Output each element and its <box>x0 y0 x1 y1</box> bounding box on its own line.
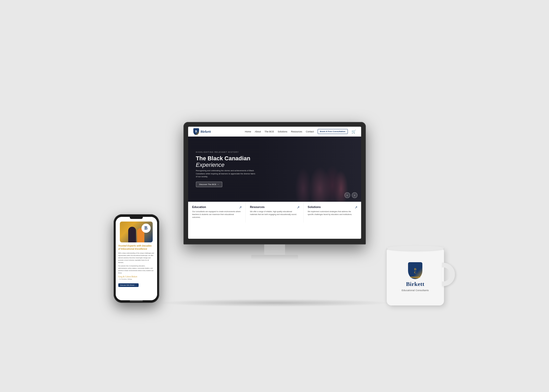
mug: B C Birkett Educational Consultants <box>387 248 444 305</box>
prev-arrow[interactable]: ‹ <box>344 192 350 198</box>
card-resources-text: We offer a range of reliable, high-quali… <box>250 210 299 216</box>
hero-arrows: ‹ › <box>344 192 357 198</box>
phone-content: B Trusted Experts with Decades of Educat… <box>116 217 157 300</box>
hero-title-line2: Experience <box>196 162 225 168</box>
phone-heading-line1: Trusted Experts with Decades <box>118 244 152 247</box>
phone-frame: B Trusted Experts with Decades of Educat… <box>114 214 159 303</box>
hero-background-people <box>270 137 353 202</box>
hero-title: The Black Canadian Experience <box>196 155 353 168</box>
monitor-stand-neck <box>264 244 285 255</box>
nav-about[interactable]: About <box>255 130 261 133</box>
card-solutions-text: We implement customized strategies that … <box>308 210 357 216</box>
book-consultation-button[interactable]: Book A Free Consultation <box>318 129 348 134</box>
nav-contact[interactable]: Contact <box>306 130 314 133</box>
device-shadow <box>157 299 392 307</box>
phone-body-2: Our passion lies in empowering educators… <box>118 265 155 274</box>
card-resources: ↗ Resources We offer a range of reliable… <box>246 202 304 223</box>
phone-body-1: With a deep understanding of the unique … <box>118 252 155 264</box>
card-education: ↗ Education Our consultants are equipped… <box>188 202 246 223</box>
phone-heading-line2: of Educational <box>118 248 135 250</box>
person-silhouette-1 <box>128 227 136 242</box>
nav-links: Home About The BCE Solutions Resources C… <box>245 129 356 134</box>
nav-bce[interactable]: The BCE <box>264 130 274 133</box>
phone-screen: B Trusted Experts with Decades of Educat… <box>116 217 157 300</box>
mug-sub-text: Educational Consultants <box>402 289 429 292</box>
hero-subtitle: Recognizing and celebrating the stories … <box>196 169 256 178</box>
monitor-screen: B Birkett Home About The BCE Solutions R… <box>188 127 361 239</box>
phone-heading: Trusted Experts with Decades of Educatio… <box>118 244 155 250</box>
mug-shield-decoration <box>410 277 420 278</box>
card-education-text: Our consultants are equipped to create e… <box>192 210 242 219</box>
mug-handle <box>442 263 455 286</box>
mug-body: B C Birkett Educational Consultants <box>387 248 444 305</box>
nav-home[interactable]: Home <box>245 130 251 133</box>
card-resources-title: Resources <box>250 205 299 209</box>
logo-shield: B <box>193 128 199 135</box>
phone-sig-sub: – Co Founders, Siblings <box>118 278 155 280</box>
phone-notch <box>130 217 143 219</box>
card-arrow-icon: ↗ <box>239 205 242 209</box>
monitor-stand-base <box>251 255 298 259</box>
phone-home-indicator <box>130 300 143 301</box>
cards-section: ↗ Education Our consultants are equipped… <box>188 202 361 223</box>
nav-solutions[interactable]: Solutions <box>278 130 287 133</box>
hero-section: HIGHLIGHTING RELEVANT HISTORY The Black … <box>188 137 361 202</box>
cart-icon[interactable]: 🛒 <box>351 129 356 133</box>
phone-hero-photo: B <box>120 222 152 242</box>
phone-cta-button[interactable]: Educate With Birkett → <box>118 283 139 287</box>
discover-bce-button[interactable]: Discover The BCE → <box>196 182 223 187</box>
phone: B Trusted Experts with Decades of Educat… <box>114 214 159 303</box>
mug-rim <box>387 246 444 251</box>
nav-logo: B Birkett <box>193 128 211 135</box>
monitor: B Birkett Home About The BCE Solutions R… <box>183 122 366 259</box>
phone-logo-circle: B <box>141 224 151 233</box>
mug-shield-letters: B C <box>414 267 416 274</box>
hero-title-line1: The Black Canadian <box>196 155 250 162</box>
website-nav: B Birkett Home About The BCE Solutions R… <box>188 127 361 137</box>
card-solutions-title: Solutions <box>308 205 357 209</box>
phone-heading-accent: Excellence <box>135 248 147 250</box>
card-arrow-icon: ↗ <box>297 205 300 209</box>
card-solutions: ↗ Solutions We implement customized stra… <box>304 202 361 223</box>
next-arrow[interactable]: › <box>352 192 357 198</box>
card-arrow-icon: ↗ <box>355 205 357 209</box>
mug-shield: B C <box>408 262 422 279</box>
hero-label: HIGHLIGHTING RELEVANT HISTORY <box>196 151 353 153</box>
card-education-title: Education <box>192 205 242 209</box>
nav-resources[interactable]: Resources <box>291 130 302 133</box>
scene: B Birkett Home About The BCE Solutions R… <box>92 79 457 313</box>
monitor-frame: B Birkett Home About The BCE Solutions R… <box>183 122 366 244</box>
logo-text: Birkett <box>201 129 211 133</box>
mug-brand-name: Birkett <box>406 281 424 287</box>
mug-logo: B C Birkett Educational Consultants <box>402 262 429 292</box>
phone-signature: Greg & Coleen Birkett <box>118 275 155 278</box>
